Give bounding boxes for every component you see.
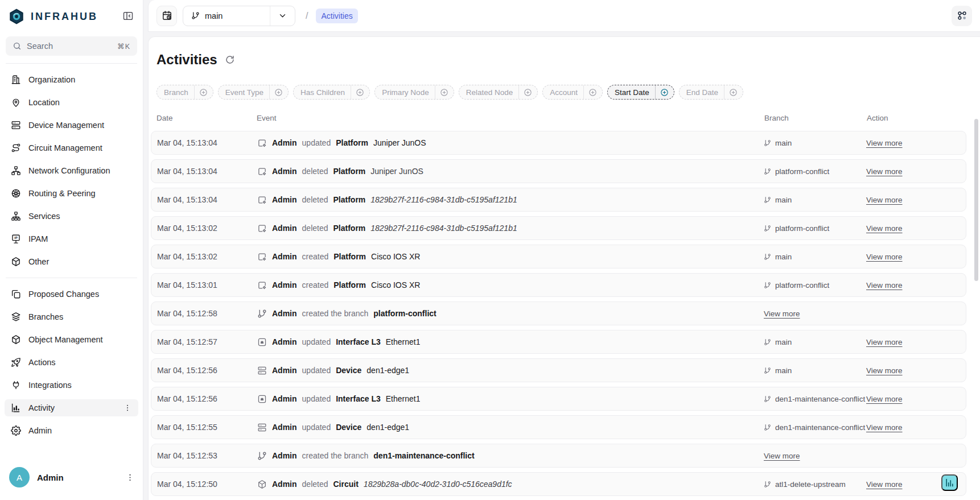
sidebar-item[interactable]: Routing & Peering — [5, 185, 138, 202]
view-more-link[interactable]: View more — [764, 309, 800, 318]
filter-chip[interactable]: Event Type — [218, 85, 289, 100]
scrollbar-thumb[interactable] — [974, 119, 978, 281]
event-object-link[interactable]: Cisco IOS XR — [371, 280, 420, 290]
event-object-link[interactable]: den1-edge1 — [367, 423, 409, 432]
event-actor: Admin — [272, 252, 297, 261]
view-more-link[interactable]: View more — [866, 423, 903, 432]
event-object-link[interactable]: Juniper JunOS — [370, 167, 423, 176]
row-branch-label: platform-conflict — [775, 167, 829, 176]
breadcrumb-current[interactable]: Activities — [316, 9, 357, 23]
sidebar-item[interactable]: Integrations — [5, 377, 138, 394]
search-input[interactable]: Search ⌘K — [6, 36, 137, 56]
table-row[interactable]: Mar 04, 15:13:04 Admin deleted Platform … — [151, 188, 966, 212]
sidebar-item[interactable]: Circuit Management — [5, 139, 138, 156]
sidebar-item[interactable]: Services — [5, 208, 138, 225]
sidebar-item[interactable]: Other — [5, 253, 138, 270]
sidebar-collapse-icon[interactable] — [122, 10, 135, 23]
table-row[interactable]: Mar 04, 15:12:55 Admin updated Device de… — [151, 415, 966, 439]
filter-chip[interactable]: Related Node — [459, 85, 538, 100]
event-actor: Admin — [272, 224, 297, 233]
view-more-link[interactable]: View more — [866, 167, 903, 176]
event-object-link[interactable]: 1829b28a-db0c-40d2-31d0-c516cea9d1fc — [364, 480, 512, 489]
table-row[interactable]: Mar 04, 15:13:02 Admin created Platform … — [151, 245, 966, 268]
kebab-menu-icon[interactable] — [123, 403, 132, 412]
sidebar-item[interactable]: IP IPAM — [5, 230, 138, 247]
table-row[interactable]: Mar 04, 15:12:56 Admin updated Device de… — [151, 358, 966, 382]
sidebar-item[interactable]: Organization — [5, 71, 138, 88]
view-more-link[interactable]: View more — [764, 452, 800, 460]
table-row[interactable]: Mar 04, 15:13:02 Admin deleted Platform … — [151, 216, 966, 240]
table-row[interactable]: Mar 04, 15:13:04 Admin deleted Platform … — [151, 159, 966, 183]
sidebar-item[interactable]: Location — [5, 94, 138, 111]
table-row[interactable]: Mar 04, 15:13:01 Admin created Platform … — [151, 273, 966, 297]
view-more-link[interactable]: View more — [866, 139, 903, 147]
plus-circle-icon[interactable] — [583, 85, 602, 99]
sidebar-item[interactable]: Device Management — [5, 117, 138, 134]
interface-icon — [257, 394, 267, 404]
filter-chip[interactable]: Start Date — [607, 85, 674, 100]
event-object-link[interactable]: Ethernet1 — [386, 394, 421, 403]
git-branch-icon — [764, 424, 771, 431]
table-row[interactable]: Mar 04, 15:12:58 Admin created the branc… — [151, 301, 966, 325]
event-actor: Admin — [272, 366, 297, 375]
event-object-link[interactable]: den1-edge1 — [367, 366, 409, 375]
view-more-link[interactable]: View more — [866, 395, 903, 403]
svg-text:IP: IP — [14, 236, 18, 239]
plus-circle-icon[interactable] — [194, 85, 213, 99]
plus-circle-icon[interactable] — [351, 85, 369, 99]
table-row[interactable]: Mar 04, 15:12:56 Admin updated Interface… — [151, 387, 966, 411]
event-object-link[interactable]: Cisco IOS XR — [371, 252, 420, 261]
network-icon — [11, 166, 21, 176]
event-actor: Admin — [272, 394, 297, 403]
view-more-link[interactable]: View more — [866, 196, 903, 204]
view-more-link[interactable]: View more — [866, 366, 903, 375]
table-row[interactable]: Mar 04, 15:12:57 Admin updated Interface… — [151, 330, 966, 354]
event-object-link[interactable]: platform-conflict — [373, 309, 436, 318]
date-picker-button[interactable] — [157, 6, 177, 26]
sidebar-item[interactable]: Activity — [5, 399, 138, 416]
sidebar-item[interactable]: Proposed Changes — [5, 286, 138, 303]
sidebar-item-label: Other — [28, 257, 132, 266]
view-more-link[interactable]: View more — [866, 224, 903, 233]
plus-circle-icon[interactable] — [724, 85, 743, 99]
plus-circle-icon[interactable] — [269, 85, 288, 99]
user-menu[interactable]: A Admin — [0, 459, 143, 500]
kebab-menu-icon[interactable] — [125, 473, 135, 482]
filter-chip[interactable]: Has Children — [293, 85, 370, 100]
filter-chip-label: Primary Node — [375, 85, 435, 99]
sidebar-item[interactable]: Actions — [5, 354, 138, 371]
filter-chip[interactable]: Account — [542, 85, 603, 100]
filter-chip[interactable]: End Date — [679, 85, 743, 100]
view-more-link[interactable]: View more — [866, 338, 903, 346]
table-row[interactable]: Mar 04, 15:13:04 Admin updated Platform … — [151, 131, 966, 155]
plus-circle-icon[interactable] — [518, 85, 537, 99]
plus-circle-icon[interactable] — [655, 85, 674, 99]
breadcrumb-separator: / — [306, 11, 308, 21]
sidebar-item-label: Routing & Peering — [28, 189, 132, 198]
branch-selector[interactable]: main — [183, 6, 295, 26]
sidebar-item[interactable]: Network Configuration — [5, 162, 138, 179]
event-object-link[interactable]: den1-maintenance-conflict — [373, 451, 474, 460]
sidebar-item[interactable]: Branches — [5, 308, 138, 325]
plus-circle-icon[interactable] — [435, 85, 454, 99]
filter-chip[interactable]: Primary Node — [374, 85, 454, 100]
view-more-link[interactable]: View more — [866, 253, 903, 261]
event-object-link[interactable]: Ethernet1 — [386, 337, 421, 346]
filter-chip[interactable]: Branch — [157, 85, 213, 100]
view-more-link[interactable]: View more — [866, 480, 903, 489]
status-widget-button[interactable] — [941, 474, 958, 491]
event-object-type: Interface L3 — [336, 394, 381, 403]
event-object-link[interactable]: 1829b27f-2116-c984-31db-c5195af121b1 — [370, 195, 517, 204]
branch-selector-caret[interactable] — [270, 6, 295, 26]
table-row[interactable]: Mar 04, 15:12:53 Admin created the branc… — [151, 444, 966, 468]
view-more-link[interactable]: View more — [866, 281, 903, 290]
table-row[interactable]: Mar 04, 15:12:50 Admin deleted Circuit 1… — [151, 472, 966, 496]
sidebar-item[interactable]: Object Management — [5, 331, 138, 348]
graphql-sandbox-button[interactable] — [952, 6, 972, 26]
sidebar-item[interactable]: Admin — [5, 422, 138, 439]
row-event: Admin updated Platform Juniper JunOS — [257, 138, 764, 148]
event-object-link[interactable]: 1829b27f-2116-c984-31db-c5195af121b1 — [370, 224, 517, 233]
event-object-link[interactable]: Juniper JunOS — [373, 138, 426, 147]
search-icon — [13, 42, 22, 51]
refresh-icon[interactable] — [225, 55, 235, 65]
